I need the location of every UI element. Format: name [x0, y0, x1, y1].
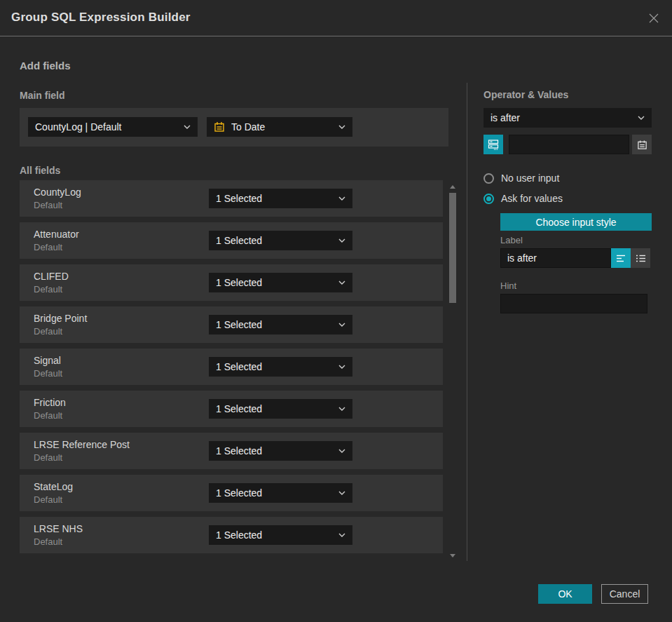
field-selected-dropdown[interactable]: 1 Selected — [209, 441, 352, 461]
field-selected-dropdown[interactable]: 1 Selected — [209, 231, 352, 250]
list-style-button[interactable] — [631, 248, 650, 268]
field-subtitle: Default — [34, 326, 62, 337]
main-field-select[interactable]: CountyLog | Default — [28, 117, 198, 137]
list-scrollbar[interactable] — [448, 184, 457, 561]
chevron-down-icon — [338, 238, 345, 243]
field-selected-dropdown[interactable]: 1 Selected — [209, 189, 352, 208]
all-fields-list: CountyLog Default 1 Selected Attenuator … — [20, 180, 443, 559]
add-fields-heading: Add fields — [20, 60, 71, 72]
operator-select[interactable]: is after — [484, 108, 652, 128]
field-subtitle: Default — [34, 368, 62, 379]
value-type-button[interactable] — [484, 135, 503, 154]
chevron-down-icon — [638, 116, 645, 120]
title-bar: Group SQL Expression Builder — [0, 0, 672, 36]
chevron-down-icon — [338, 491, 345, 495]
field-name: LRSE NHS — [34, 523, 83, 534]
main-date-select[interactable]: To Date — [207, 117, 352, 137]
field-name: Attenuator — [34, 229, 79, 240]
field-row: CountyLog Default 1 Selected — [20, 180, 443, 217]
single-line-style-button[interactable] — [611, 248, 631, 268]
close-icon — [648, 13, 659, 24]
field-selected-value: 1 Selected — [216, 193, 334, 204]
field-row: LRSE NHS Default 1 Selected — [20, 517, 443, 553]
ok-button[interactable]: OK — [538, 584, 592, 604]
bullet-list-icon — [636, 254, 646, 263]
cancel-button[interactable]: Cancel — [601, 584, 648, 604]
field-name: LRSE Reference Post — [34, 439, 130, 450]
chevron-down-icon — [338, 125, 345, 129]
scrollbar-up-arrow-icon[interactable] — [450, 185, 455, 189]
field-row: Friction Default 1 Selected — [20, 391, 443, 427]
field-selected-value: 1 Selected — [216, 529, 334, 541]
align-left-icon — [616, 254, 626, 263]
field-selected-value: 1 Selected — [216, 361, 334, 372]
main-field-label: Main field — [20, 90, 65, 101]
radio-icon — [484, 194, 494, 204]
label-caption: Label — [500, 235, 523, 245]
chevron-down-icon — [338, 280, 345, 285]
field-row: StateLog Default 1 Selected — [20, 475, 443, 511]
main-date-select-value: To Date — [231, 121, 334, 133]
scrollbar-thumb[interactable] — [449, 193, 456, 303]
radio-ask-for-values-label: Ask for values — [501, 193, 563, 204]
chevron-down-icon — [338, 407, 345, 411]
field-selected-dropdown[interactable]: 1 Selected — [209, 483, 352, 503]
operator-values-heading: Operator & Values — [484, 89, 568, 100]
field-subtitle: Default — [34, 494, 62, 505]
field-row: CLIFED Default 1 Selected — [20, 264, 443, 301]
chevron-down-icon — [338, 323, 345, 327]
field-row: Signal Default 1 Selected — [20, 349, 443, 385]
operator-select-value: is after — [491, 112, 633, 123]
calendar-icon — [214, 121, 225, 133]
field-subtitle: Default — [34, 284, 62, 295]
field-subtitle: Default — [34, 242, 62, 252]
chevron-down-icon — [184, 125, 191, 129]
calendar-icon — [637, 140, 647, 150]
main-field-select-value: CountyLog | Default — [35, 121, 179, 133]
chevron-down-icon — [338, 533, 345, 537]
field-row: Bridge Point Default 1 Selected — [20, 306, 443, 343]
field-selected-value: 1 Selected — [216, 403, 334, 414]
scrollbar-down-arrow-icon[interactable] — [450, 554, 455, 557]
main-field-panel: CountyLog | Default To Date — [20, 108, 448, 147]
radio-ask-for-values[interactable]: Ask for values — [484, 192, 563, 205]
field-selected-dropdown[interactable]: 1 Selected — [209, 357, 352, 377]
field-selected-dropdown[interactable]: 1 Selected — [209, 399, 352, 419]
dialog-title: Group SQL Expression Builder — [11, 11, 191, 25]
field-name: CountyLog — [34, 187, 81, 198]
field-name: Signal — [34, 355, 61, 366]
field-selected-dropdown[interactable]: 1 Selected — [209, 525, 352, 545]
field-subtitle: Default — [34, 452, 62, 463]
field-selected-value: 1 Selected — [216, 235, 334, 246]
stacked-fields-icon — [488, 139, 499, 150]
field-selected-value: 1 Selected — [216, 277, 334, 288]
field-subtitle: Default — [34, 536, 62, 547]
date-picker-button[interactable] — [632, 135, 652, 154]
field-name: Friction — [34, 397, 66, 408]
field-name: CLIFED — [34, 271, 69, 282]
field-selected-value: 1 Selected — [216, 445, 334, 457]
chevron-down-icon — [338, 196, 345, 201]
label-input[interactable] — [500, 248, 611, 268]
radio-icon — [484, 173, 494, 184]
close-button[interactable] — [645, 10, 662, 27]
field-subtitle: Default — [34, 410, 62, 421]
all-fields-label: All fields — [20, 165, 60, 176]
field-name: Bridge Point — [34, 313, 87, 324]
choose-input-style-button[interactable]: Choose input style — [500, 213, 652, 231]
hint-caption: Hint — [500, 280, 516, 291]
panel-divider — [467, 83, 467, 561]
radio-no-user-input-label: No user input — [501, 173, 559, 184]
field-row: LRSE Reference Post Default 1 Selected — [20, 433, 443, 469]
group-sql-expression-builder-dialog: Group SQL Expression Builder Add fields … — [0, 0, 672, 622]
chevron-down-icon — [338, 365, 345, 369]
field-selected-value: 1 Selected — [216, 487, 334, 499]
hint-input[interactable] — [500, 294, 647, 313]
radio-no-user-input[interactable]: No user input — [484, 172, 559, 184]
field-selected-dropdown[interactable]: 1 Selected — [209, 315, 352, 334]
field-subtitle: Default — [34, 200, 62, 210]
value-input[interactable] — [509, 135, 629, 154]
field-row: Attenuator Default 1 Selected — [20, 222, 443, 259]
field-selected-dropdown[interactable]: 1 Selected — [209, 273, 352, 292]
field-name: StateLog — [34, 481, 73, 492]
